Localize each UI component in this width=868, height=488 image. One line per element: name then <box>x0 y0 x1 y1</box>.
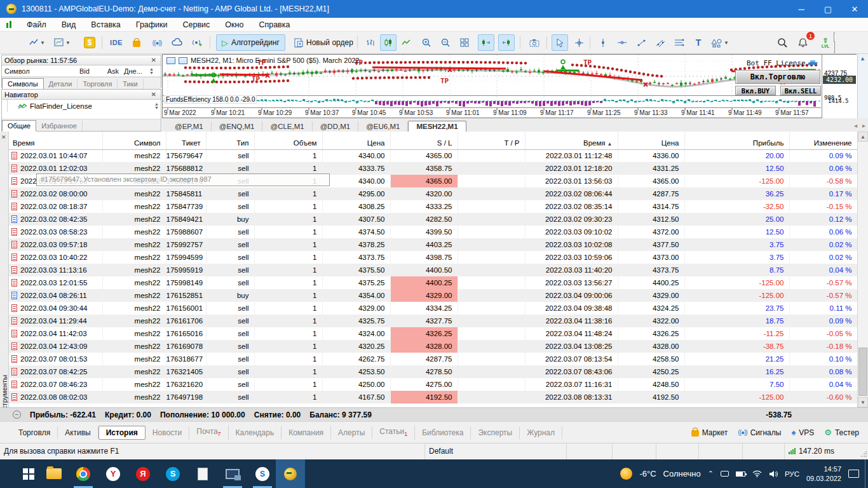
candlestick-mode-button[interactable] <box>380 34 397 51</box>
notification-center-icon[interactable] <box>848 470 859 478</box>
zoom-in-button[interactable] <box>418 34 435 51</box>
zoom-out-button[interactable] <box>437 34 454 51</box>
history-column-header[interactable]: Символ <box>102 132 166 149</box>
resize-grip[interactable] <box>860 451 867 458</box>
history-row[interactable]: 2022.03.04 11:42:03 mesh22 176165016 sel… <box>9 327 857 340</box>
horizontal-line-tool-button[interactable] <box>614 34 630 51</box>
enable-trading-button[interactable]: Вкл.Торговлю <box>735 70 820 84</box>
market-button[interactable] <box>128 34 145 51</box>
menu-item[interactable]: Сервис <box>175 19 218 30</box>
toolbox-tab[interactable]: Библиотека <box>415 426 471 439</box>
show-desktop-strip[interactable] <box>865 459 868 488</box>
tester-service[interactable]: ⚙Тестер <box>824 428 859 437</box>
metaeditor-ide-button[interactable]: IDE <box>108 34 125 51</box>
weather-temp[interactable]: -6°C <box>639 469 656 478</box>
new-order-button[interactable]: Новый ордер <box>289 34 358 51</box>
remote-desktop-icon[interactable] <box>218 459 247 488</box>
menu-item[interactable]: Графики <box>128 19 175 30</box>
history-column-header[interactable]: Цена <box>618 132 684 149</box>
toolbox-tab[interactable]: Статьи1 <box>372 425 415 439</box>
col-bid[interactable]: Bid <box>58 67 92 75</box>
menu-item[interactable]: Вид <box>54 19 84 30</box>
history-column-header[interactable]: Время <box>9 132 102 149</box>
crosshair-tool-button[interactable] <box>571 34 587 51</box>
history-row[interactable]: 2022.03.07 08:01:53 mesh22 176318677 sel… <box>9 353 857 365</box>
tablet-mode-icon[interactable] <box>721 471 729 477</box>
minimize-button[interactable]: ─ <box>788 0 815 18</box>
battery-icon[interactable] <box>736 471 745 477</box>
spinner-arrows-icon[interactable]: ▲▼ <box>154 102 159 109</box>
ea-smiley-icon[interactable] <box>808 60 817 67</box>
navigator-tab[interactable]: Избранное <box>36 121 83 131</box>
vps-cloud-button[interactable] <box>169 34 186 51</box>
indicator-window-button[interactable]: ▼ <box>54 34 71 51</box>
yandex-icon[interactable]: Я <box>128 459 158 488</box>
market-watch-tab[interactable]: Тики <box>118 79 143 89</box>
market-watch-tab[interactable]: Детали <box>44 79 78 89</box>
history-column-header[interactable]: Объем <box>254 132 322 149</box>
history-row[interactable]: 2022.03.07 08:42:25 mesh22 176321405 sel… <box>9 365 857 378</box>
shapes-tool-button[interactable]: ▼ <box>708 34 732 51</box>
toolbox-tab[interactable]: Эксперты <box>471 426 520 439</box>
financial-operations-button[interactable]: $ <box>81 34 98 51</box>
tile-windows-button[interactable] <box>456 34 473 51</box>
toolbox-tab[interactable]: Почта7 <box>189 425 228 439</box>
chart-tab[interactable]: @EU6,M1 <box>358 121 408 132</box>
line-chart-mode-button[interactable] <box>398 34 414 51</box>
history-row[interactable]: 2022.03.03 11:13:16 mesh22 175995919 sel… <box>9 264 857 276</box>
market-watch-tab[interactable]: Торговля <box>78 79 118 89</box>
menu-item[interactable]: Вставка <box>83 19 128 30</box>
skype-business-icon[interactable]: S <box>248 459 277 488</box>
yandex-browser-icon[interactable]: Y <box>98 459 128 488</box>
enable-sell-button[interactable]: Вкл.SELL <box>780 86 821 95</box>
toolbox-tab[interactable]: Новости <box>146 426 189 439</box>
toolbox-tab[interactable]: Журнал <box>520 426 562 439</box>
tray-expand-icon[interactable]: ⌃ <box>708 470 714 478</box>
history-row[interactable]: 2022.03.03 08:58:23 mesh22 175988607 sel… <box>9 226 857 238</box>
broadcast-button[interactable]: + <box>189 34 206 51</box>
menu-item[interactable]: Окно <box>217 19 251 30</box>
toolbox-tab[interactable]: История <box>98 426 146 440</box>
signals-service[interactable]: ((●))Сигналы <box>738 428 781 437</box>
collapse-icon[interactable]: − <box>13 410 21 419</box>
weather-sun-icon[interactable] <box>620 468 632 480</box>
fibonacci-tool-button[interactable] <box>671 34 688 51</box>
search-button[interactable] <box>774 34 790 51</box>
history-column-header[interactable]: T / P <box>458 132 525 149</box>
notifications-bell-button[interactable]: 1 <box>794 34 811 51</box>
depth-of-market-icon[interactable] <box>179 57 187 64</box>
history-row[interactable]: 2022.03.01 10:44:07 mesh22 175679647 sel… <box>9 149 857 162</box>
bar-chart-mode-button[interactable] <box>362 34 379 51</box>
enable-buy-button[interactable]: Вкл.BUY <box>735 86 776 95</box>
chart-tab[interactable]: @CLE,M1 <box>262 121 312 132</box>
scroll-arrows-icon[interactable]: ▲▼ <box>144 67 159 74</box>
scrollbar-thumb[interactable] <box>858 348 867 396</box>
cursor-tool-button[interactable] <box>552 34 568 51</box>
notepad-icon[interactable] <box>188 459 217 488</box>
market-watch-tab[interactable]: Символы <box>2 78 44 90</box>
history-column-header[interactable]: Цена <box>322 132 390 149</box>
market-service[interactable]: Маркет <box>691 428 728 437</box>
history-row[interactable]: 2022.03.04 11:29:44 mesh22 176161706 sel… <box>9 315 857 327</box>
wifi-icon[interactable] <box>752 470 762 477</box>
clock[interactable]: 14:5709.03.2022 <box>806 464 841 484</box>
chrome-icon[interactable] <box>69 459 98 488</box>
auto-scroll-button[interactable] <box>498 34 515 51</box>
one-click-trading-icon[interactable] <box>166 57 175 64</box>
history-column-header[interactable]: Тип <box>206 132 254 149</box>
algo-trading-button[interactable]: ▷Алготрейдинг <box>216 34 285 51</box>
vps-service[interactable]: ♠VPS <box>791 428 814 437</box>
history-column-header[interactable]: Тикет <box>166 132 206 149</box>
menu-item[interactable]: Файл <box>19 19 54 30</box>
file-explorer-icon[interactable] <box>39 459 69 488</box>
history-row[interactable]: 2022.03.03 10:40:22 mesh22 175994599 sel… <box>9 251 857 264</box>
history-row[interactable]: 2022.03.04 09:30:44 mesh22 176156001 sel… <box>9 302 857 315</box>
history-column-header[interactable]: S / L <box>390 132 458 149</box>
close-button[interactable]: ✕ <box>841 0 868 18</box>
volume-icon[interactable] <box>769 470 778 478</box>
col-symbol[interactable]: Символ <box>2 67 58 75</box>
chart-tab[interactable]: MESH22,M1 <box>408 121 466 132</box>
history-row[interactable]: 2022.03.03 12:01:55 mesh22 175998149 sel… <box>9 276 857 289</box>
metatrader-taskbar-icon[interactable] <box>276 459 305 488</box>
text-tool-button[interactable]: T <box>690 34 707 51</box>
